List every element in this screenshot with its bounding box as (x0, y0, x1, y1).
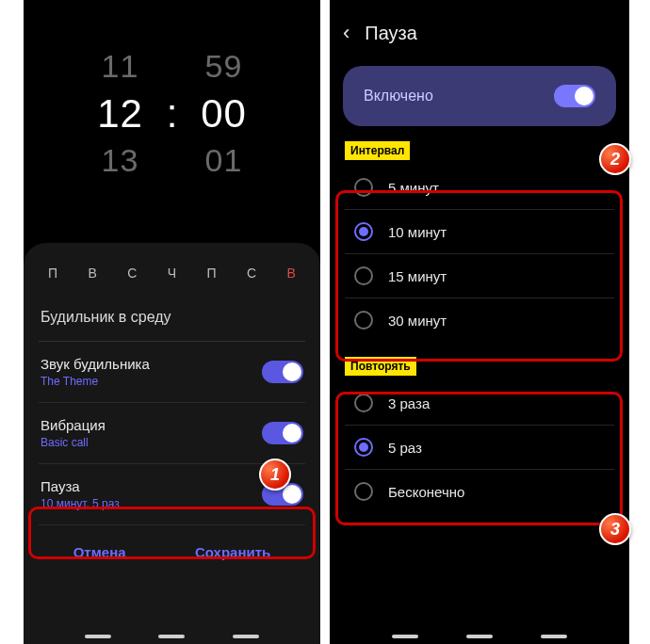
enabled-toggle[interactable] (554, 85, 595, 107)
cancel-button[interactable]: Отмена (73, 544, 126, 560)
vibration-toggle[interactable] (262, 422, 303, 444)
hour-selected[interactable]: 12 (94, 86, 147, 143)
option-vibration-title: Вибрация (41, 417, 106, 433)
day-wed[interactable]: С (127, 266, 137, 281)
repeat-3[interactable]: 3 раза (345, 381, 614, 426)
enabled-card[interactable]: Включено (343, 66, 616, 126)
radio-icon (354, 178, 373, 197)
weekday-row[interactable]: П В С Ч П С В (39, 243, 305, 298)
option-sound[interactable]: Звук будильника The Theme (39, 342, 305, 403)
back-icon[interactable]: ‹ (343, 21, 349, 45)
minute-next: 01 (198, 137, 251, 184)
snooze-settings-screen: ‹ Пауза Включено Интервал 5 минут 10 мин… (330, 0, 629, 644)
sound-toggle[interactable] (262, 361, 303, 383)
option-vibration-sub: Basic call (41, 436, 106, 449)
callout-badge-3: 3 (599, 513, 631, 545)
alarm-card: П В С Ч П С В Будильник в среду Звук буд… (24, 243, 320, 644)
day-sat[interactable]: С (247, 266, 256, 281)
radio-icon (354, 222, 373, 241)
nav-bar[interactable] (330, 635, 629, 638)
radio-icon (354, 438, 373, 457)
repeat-5[interactable]: 5 раз (345, 426, 614, 470)
alarm-edit-screen: 1159 12:00 1301 П В С Ч П С В Будильник … (24, 0, 320, 644)
radio-icon (354, 311, 373, 330)
day-fri[interactable]: П (207, 266, 217, 281)
save-button[interactable]: Сохранить (195, 544, 270, 560)
nav-bar[interactable] (24, 635, 320, 638)
stage: 1159 12:00 1301 П В С Ч П С В Будильник … (0, 0, 650, 644)
interval-10min[interactable]: 10 минут (345, 210, 614, 254)
alarm-name-field[interactable]: Будильник в среду (39, 298, 305, 342)
option-snooze-title: Пауза (41, 478, 120, 494)
interval-30min[interactable]: 30 минут (345, 298, 614, 342)
option-snooze-sub: 10 минут, 5 раз (41, 497, 120, 510)
page-title: Пауза (365, 23, 417, 44)
minute-selected[interactable]: 00 (198, 86, 251, 143)
repeat-group: 3 раза 5 раз Бесконечно (341, 378, 618, 517)
day-sun[interactable]: В (287, 266, 296, 281)
radio-icon (354, 482, 373, 501)
radio-icon (354, 394, 373, 412)
day-tue[interactable]: В (88, 266, 96, 281)
callout-badge-2: 2 (599, 143, 631, 175)
interval-15min[interactable]: 15 минут (345, 254, 614, 298)
option-sound-title: Звук будильника (41, 356, 150, 372)
minute-prev: 59 (198, 43, 251, 89)
header: ‹ Пауза (330, 0, 629, 60)
day-mon[interactable]: П (48, 266, 57, 281)
button-bar: Отмена Сохранить (39, 525, 305, 568)
repeat-infinite[interactable]: Бесконечно (345, 470, 614, 513)
radio-icon (354, 266, 373, 285)
callout-badge-1: 1 (259, 459, 291, 491)
section-repeat-label: Повторять (345, 357, 416, 376)
time-colon: : (166, 86, 179, 143)
hour-prev: 11 (94, 43, 147, 89)
interval-5min[interactable]: 5 минут (345, 166, 614, 210)
day-thu[interactable]: Ч (168, 266, 176, 281)
interval-group: 5 минут 10 минут 15 минут 30 минут (341, 162, 618, 346)
time-picker[interactable]: 1159 12:00 1301 (24, 0, 320, 185)
option-vibration[interactable]: Вибрация Basic call (39, 403, 305, 464)
option-sound-sub: The Theme (41, 375, 150, 388)
hour-next: 13 (94, 137, 147, 184)
section-interval-label: Интервал (345, 141, 410, 160)
enabled-label: Включено (364, 88, 433, 105)
